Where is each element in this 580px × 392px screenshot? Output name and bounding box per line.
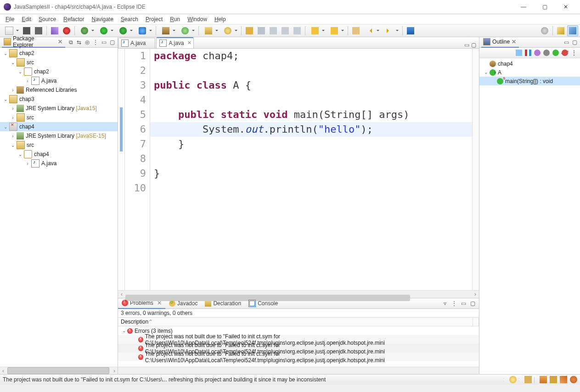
toggle-wordwrap-button[interactable] [280,25,291,36]
editor-h-scrollbar[interactable]: ‹› [118,290,479,298]
twistie-icon[interactable] [24,78,31,84]
external-tools-button[interactable] [135,25,153,36]
tree-item-project[interactable]: chap3 [0,95,118,104]
tree-item-jre[interactable]: JRE System Library [JavaSE-15] [0,131,118,140]
new-button[interactable] [2,25,20,36]
restore-icon[interactable] [570,376,577,383]
hide-fields-button[interactable] [533,49,541,57]
minimize-view-button[interactable]: ▭ [100,39,107,46]
view-title-tab[interactable]: Outline ✕ [481,37,519,48]
toggle-mark-button[interactable] [244,25,255,36]
prev-annotation-button[interactable] [327,25,345,36]
tip-of-day-icon[interactable] [509,376,517,383]
problems-tree[interactable]: Errors (3 items) The project was not bui… [118,326,479,367]
minimize-view-button[interactable]: ▭ [563,39,570,46]
tree-item-project[interactable]: chap4 [0,122,118,131]
tree-item-package[interactable]: chap2 [0,67,118,76]
twistie-icon[interactable] [9,106,17,111]
save-all-button[interactable] [33,25,44,36]
samples-icon[interactable] [540,376,547,383]
quick-access-button[interactable] [539,25,550,36]
maximize-view-button[interactable]: ▢ [108,39,116,46]
focus-active-task-button[interactable] [515,49,523,57]
tree-item-cu[interactable]: A.java [0,159,118,168]
twistie-icon[interactable] [9,88,17,93]
tree-item-cu[interactable]: A.java [0,76,118,85]
toggle-breadcrumb-button[interactable] [49,25,60,36]
run-button[interactable] [96,25,115,36]
toggle-block-button[interactable] [256,25,267,36]
tree-item-package[interactable]: chap4 [0,150,118,159]
problems-h-scrollbar[interactable] [118,367,479,374]
tree-item-jre[interactable]: JRE System Library [Java15] [0,104,118,113]
java-perspective-button[interactable] [567,25,578,36]
tree-item-srcfolder[interactable]: src [0,58,118,67]
menu-search[interactable]: Search [117,15,142,23]
focus-task-button[interactable]: ◎ [84,39,91,46]
show-whitespace-button[interactable] [268,25,279,36]
twistie-icon[interactable] [9,143,17,148]
maximize-view-button[interactable]: ▢ [571,39,578,46]
twistie-icon[interactable] [17,69,24,74]
minimize-editor-button[interactable]: ▭ [464,42,469,48]
twistie-icon[interactable] [2,124,9,129]
tree-item-libraries[interactable]: Referenced Libraries [0,85,118,95]
maximize-view-button[interactable]: ▢ [469,300,476,307]
close-view-icon[interactable]: ✕ [512,39,516,45]
collapse-all-button[interactable]: ⧉ [67,39,74,46]
sort-button[interactable] [524,49,532,57]
hide-local-button[interactable] [561,49,569,57]
menu-window[interactable]: Window [184,15,211,23]
debug-button[interactable] [77,25,96,36]
horizontal-scrollbar[interactable]: ‹ › [0,367,118,374]
progress-icon[interactable] [524,376,532,383]
view-menu-button[interactable]: ⋮ [450,300,458,307]
new-java-class-button[interactable] [178,25,196,36]
maximize-button[interactable]: ▢ [534,0,555,14]
whatsnew-icon[interactable] [560,376,567,383]
view-title-tab[interactable]: Package Explorer ✕ [2,37,65,48]
outline-item-package[interactable]: chap4 [479,59,580,68]
close-view-icon[interactable]: ✕ [58,39,62,45]
hide-nonpublic-button[interactable] [552,49,560,57]
pin-editor-button[interactable] [405,25,416,36]
tree-item-srcfolder[interactable]: src [0,113,118,122]
close-tab-icon[interactable]: ✕ [187,40,191,46]
search-button[interactable] [220,25,239,36]
menu-edit[interactable]: Edit [18,15,35,23]
show-selected-element-button[interactable] [292,25,303,36]
open-perspective-button[interactable] [555,25,566,36]
menu-run[interactable]: Run [166,15,184,23]
column-description[interactable]: Description [118,318,473,326]
twistie-icon[interactable] [2,97,9,102]
save-button[interactable] [21,25,32,36]
forward-button[interactable] [382,25,400,36]
menu-file[interactable]: File [2,15,18,23]
coverage-button[interactable] [116,25,134,36]
open-type-button[interactable] [201,25,220,36]
filter-button[interactable]: ▿ [441,300,449,307]
twistie-icon[interactable] [2,51,9,56]
editor-tab[interactable]: A.java [118,38,155,48]
twistie-icon[interactable] [482,70,490,75]
overview-ruler[interactable] [472,49,479,290]
next-annotation-button[interactable] [308,25,326,36]
outline-item-method[interactable]: main(String[]) : void [479,77,580,85]
maximize-editor-button[interactable]: ▢ [471,42,476,48]
twistie-icon[interactable] [9,115,17,120]
menu-refactor[interactable]: Refactor [60,15,88,23]
menu-source[interactable]: Source [35,15,60,23]
outline-tree[interactable]: chap4 A main(String[]) : void [479,58,580,374]
tree-item-project[interactable]: chap2 [0,49,118,58]
view-menu-button[interactable]: ⋮ [92,39,99,46]
close-button[interactable]: ✕ [555,0,576,14]
twistie-icon[interactable] [17,152,24,157]
twistie-icon[interactable] [24,161,31,166]
twistie-icon[interactable] [9,60,17,65]
twistie-icon[interactable] [121,328,127,333]
minimize-view-button[interactable]: ▭ [460,300,467,307]
new-java-package-button[interactable] [158,25,177,36]
back-button[interactable] [362,25,381,36]
marker-ruler[interactable] [118,49,125,290]
code-area[interactable]: package chap4; public class A { public s… [150,49,472,290]
